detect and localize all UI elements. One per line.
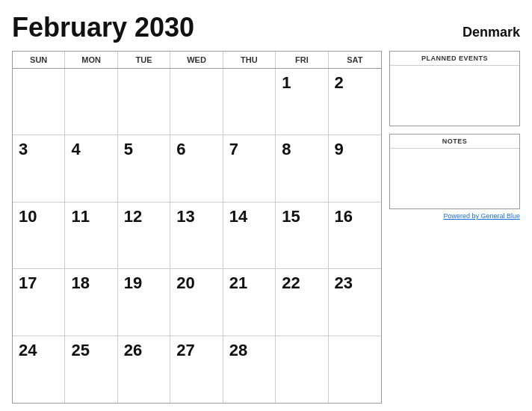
day-15[interactable]: 15	[276, 203, 328, 269]
day-name-fri: FRI	[276, 52, 328, 68]
powered-by: Powered by General Blue	[389, 212, 520, 220]
empty-cell	[118, 69, 170, 135]
day-name-wed: WED	[170, 52, 223, 68]
main-content: SUNMONTUEWEDTHUFRISAT 123456789101112131…	[12, 51, 520, 404]
notes-content	[390, 149, 519, 208]
sidebar-boxes: PLANNED EVENTS NOTES	[389, 51, 520, 209]
empty-cell	[223, 69, 276, 135]
country-name: Denmark	[463, 25, 520, 40]
day-16[interactable]: 16	[329, 203, 381, 269]
day-18[interactable]: 18	[65, 269, 117, 336]
page: February 2030 Denmark SUNMONTUEWEDTHUFRI…	[0, 0, 532, 411]
calendar-grid: 1234567891011121314151617181920212223242…	[13, 69, 381, 403]
day-26[interactable]: 26	[118, 336, 170, 403]
day-25[interactable]: 25	[65, 336, 117, 403]
day-4[interactable]: 4	[65, 135, 117, 202]
planned-events-box: PLANNED EVENTS	[389, 51, 520, 126]
day-name-sun: SUN	[13, 52, 65, 68]
notes-box: NOTES	[389, 134, 520, 209]
day-14[interactable]: 14	[223, 203, 276, 269]
notes-title: NOTES	[390, 135, 519, 149]
empty-cell	[170, 69, 223, 135]
day-21[interactable]: 21	[223, 269, 276, 336]
sidebar: PLANNED EVENTS NOTES Powered by General …	[389, 51, 520, 404]
day-name-mon: MON	[65, 52, 117, 68]
day-10[interactable]: 10	[13, 203, 65, 269]
empty-cell	[65, 69, 117, 135]
month-title: February 2030	[12, 12, 194, 43]
day-6[interactable]: 6	[170, 135, 223, 202]
day-7[interactable]: 7	[223, 135, 276, 202]
empty-cell	[13, 69, 65, 135]
day-27[interactable]: 27	[170, 336, 223, 403]
day-13[interactable]: 13	[170, 203, 223, 269]
planned-events-content	[390, 66, 519, 126]
day-24[interactable]: 24	[13, 336, 65, 403]
planned-events-title: PLANNED EVENTS	[390, 52, 519, 66]
day-23[interactable]: 23	[329, 269, 381, 336]
day-17[interactable]: 17	[13, 269, 65, 336]
day-12[interactable]: 12	[118, 203, 170, 269]
day-20[interactable]: 20	[170, 269, 223, 336]
day-name-thu: THU	[223, 52, 276, 68]
day-5[interactable]: 5	[118, 135, 170, 202]
day-3[interactable]: 3	[13, 135, 65, 202]
day-9[interactable]: 9	[329, 135, 381, 202]
day-11[interactable]: 11	[65, 203, 117, 269]
day-2[interactable]: 2	[329, 69, 381, 135]
calendar-header: SUNMONTUEWEDTHUFRISAT	[13, 52, 381, 69]
day-name-tue: TUE	[118, 52, 170, 68]
powered-by-link[interactable]: Powered by General Blue	[443, 212, 520, 220]
day-19[interactable]: 19	[118, 269, 170, 336]
header: February 2030 Denmark	[12, 12, 520, 43]
empty-cell	[329, 336, 381, 403]
day-22[interactable]: 22	[276, 269, 328, 336]
day-28[interactable]: 28	[223, 336, 276, 403]
day-8[interactable]: 8	[276, 135, 328, 202]
day-1[interactable]: 1	[276, 69, 328, 135]
calendar-section: SUNMONTUEWEDTHUFRISAT 123456789101112131…	[12, 51, 382, 404]
empty-cell	[276, 336, 328, 403]
day-name-sat: SAT	[329, 52, 381, 68]
